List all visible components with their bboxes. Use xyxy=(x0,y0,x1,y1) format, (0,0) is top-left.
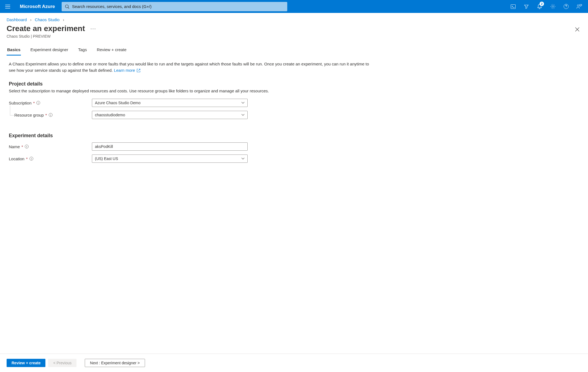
directories-button[interactable] xyxy=(520,1,533,12)
location-dropdown[interactable]: (US) East US xyxy=(92,155,248,163)
tab-tags[interactable]: Tags xyxy=(78,45,87,56)
person-feedback-icon xyxy=(576,4,582,9)
tab-bar: Basics Experiment designer Tags Review +… xyxy=(0,38,588,56)
intro-text: A Chaos Experiment allows you to define … xyxy=(9,61,369,73)
more-options-button[interactable]: ··· xyxy=(91,26,96,32)
experiment-details-heading: Experiment details xyxy=(9,133,579,139)
feedback-button[interactable] xyxy=(573,1,586,12)
subscription-value: Azure Chaos Studio Demo xyxy=(95,101,141,105)
hamburger-menu-button[interactable] xyxy=(2,1,13,12)
brand-label[interactable]: Microsoft Azure xyxy=(20,4,55,9)
subscription-label: Subscription * xyxy=(9,101,92,105)
settings-button[interactable] xyxy=(546,1,559,12)
resource-group-row: Resource group * chaosstudiodemo xyxy=(9,111,579,119)
svg-rect-1 xyxy=(511,4,516,9)
close-button[interactable] xyxy=(573,25,581,34)
subscription-row: Subscription * Azure Chaos Studio Demo xyxy=(9,99,579,107)
page-title: Create an experiment xyxy=(7,24,85,33)
resource-group-label: Resource group * xyxy=(14,113,92,117)
tab-basics[interactable]: Basics xyxy=(7,45,21,56)
svg-point-4 xyxy=(577,5,579,6)
close-icon xyxy=(575,27,580,32)
notifications-button[interactable]: 2 xyxy=(533,1,546,12)
external-link-icon xyxy=(137,69,140,72)
info-icon[interactable] xyxy=(29,157,33,161)
cloud-shell-icon xyxy=(511,4,516,9)
gear-icon xyxy=(550,4,556,9)
resource-group-value: chaosstudiodemo xyxy=(95,113,125,117)
breadcrumb-link-chaos-studio[interactable]: Chaos Studio xyxy=(35,17,59,22)
name-row: Name * xyxy=(9,142,579,151)
help-icon xyxy=(564,4,569,9)
tab-review-create[interactable]: Review + create xyxy=(96,45,127,56)
project-details-desc: Select the subscription to manage deploy… xyxy=(9,89,579,93)
subscription-dropdown[interactable]: Azure Chaos Studio Demo xyxy=(92,99,248,107)
global-search-box[interactable] xyxy=(62,2,288,11)
location-value: (US) East US xyxy=(95,156,118,161)
breadcrumb-link-dashboard[interactable]: Dashboard xyxy=(7,17,27,22)
info-icon[interactable] xyxy=(25,145,29,148)
chevron-down-icon xyxy=(241,158,245,160)
search-input[interactable] xyxy=(72,4,284,9)
location-label: Location * xyxy=(9,156,92,161)
svg-point-2 xyxy=(552,6,554,7)
tab-experiment-designer[interactable]: Experiment designer xyxy=(30,45,69,56)
intro-body: A Chaos Experiment allows you to define … xyxy=(9,62,369,73)
chevron-down-icon xyxy=(241,102,245,104)
notification-badge: 2 xyxy=(540,2,544,6)
help-button[interactable] xyxy=(559,1,573,12)
top-nav-bar: Microsoft Azure 2 xyxy=(0,0,588,13)
resource-group-dropdown[interactable]: chaosstudiodemo xyxy=(92,111,248,119)
breadcrumb: Dashboard › Chaos Studio › xyxy=(0,13,588,24)
filter-icon xyxy=(524,4,529,9)
hamburger-icon xyxy=(5,5,10,9)
project-details-heading: Project details xyxy=(9,81,579,87)
name-input[interactable] xyxy=(92,142,248,151)
page-subtitle: Chaos Studio | PREVIEW xyxy=(7,34,581,38)
info-icon[interactable] xyxy=(49,113,53,117)
chevron-right-icon: › xyxy=(63,17,64,22)
info-icon[interactable] xyxy=(36,101,40,105)
name-label: Name * xyxy=(9,144,92,149)
cloud-shell-button[interactable] xyxy=(507,1,520,12)
chevron-right-icon: › xyxy=(30,17,31,22)
chevron-down-icon xyxy=(241,114,245,116)
learn-more-link[interactable]: Learn more xyxy=(114,68,140,73)
page-header: Create an experiment ··· Chaos Studio | … xyxy=(0,24,588,38)
svg-point-0 xyxy=(65,5,68,8)
content-area: A Chaos Experiment allows you to define … xyxy=(0,56,588,173)
search-icon xyxy=(65,4,69,9)
location-row: Location * (US) East US xyxy=(9,155,579,163)
